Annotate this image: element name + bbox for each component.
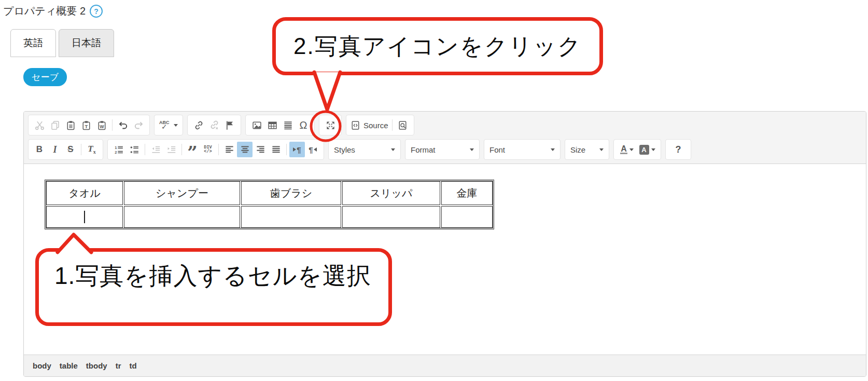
toolbar-separator	[286, 144, 287, 155]
page-title: プロパティ概要 2	[3, 4, 86, 18]
maximize-group	[319, 115, 342, 135]
image-icon[interactable]	[249, 117, 264, 133]
anchor-flag-icon[interactable]	[222, 117, 237, 133]
numbered-list-icon[interactable]: 12	[111, 142, 127, 157]
div-container-icon[interactable]: DIV</>	[200, 142, 216, 157]
paragraph-group: 12 ” DIV</> ¶ ¶	[107, 139, 324, 160]
path-item-body[interactable]: body	[33, 361, 51, 370]
table-header-cell[interactable]: 歯ブラシ	[241, 181, 341, 205]
insert-group: Ω	[245, 115, 315, 135]
path-item-tbody[interactable]: tbody	[86, 361, 107, 370]
table-icon[interactable]	[264, 117, 280, 133]
italic-button[interactable]: I	[47, 142, 63, 157]
font-combo[interactable]: Font	[484, 139, 561, 160]
tab-english[interactable]: 英語	[10, 29, 56, 57]
table-cell-selected[interactable]	[46, 206, 123, 228]
spell-check-button[interactable]: ABC ✓	[158, 117, 179, 133]
clipboard-group: T W	[28, 115, 150, 135]
elements-path-bar: body table tbody tr td	[24, 355, 866, 376]
maximize-icon[interactable]	[323, 117, 338, 133]
table-cell[interactable]	[441, 206, 493, 228]
table-cell[interactable]	[124, 206, 240, 228]
toolbar-separator	[392, 119, 393, 131]
table-header-cell[interactable]: シャンプー	[124, 181, 240, 205]
paste-from-word-icon[interactable]: W	[94, 117, 109, 133]
size-combo[interactable]: Size	[565, 139, 609, 160]
spell-check-icon: ABC ✓	[159, 120, 172, 130]
justify-icon[interactable]	[268, 142, 284, 157]
basic-styles-group: B I S Tx	[28, 139, 103, 160]
annotation-step2-tail	[314, 72, 340, 110]
format-combo[interactable]: Format	[405, 139, 480, 160]
table-header-cell[interactable]: タオル	[46, 181, 123, 205]
strikethrough-button[interactable]: S	[63, 142, 78, 157]
align-left-icon[interactable]	[221, 142, 237, 157]
table-data-row	[46, 206, 493, 228]
rich-text-editor: T W ABC ✓	[23, 111, 866, 377]
chevron-down-icon	[174, 124, 178, 129]
chevron-down-icon	[470, 148, 474, 153]
toolbar-row-1: T W ABC ✓	[28, 114, 862, 137]
chevron-down-icon	[599, 148, 604, 153]
text-direction-rtl-icon[interactable]: ¶	[305, 142, 320, 157]
annotation-step2-text: 2.写真アイコンをクリック	[293, 31, 582, 62]
paste-icon[interactable]	[63, 117, 78, 133]
horizontal-line-icon[interactable]	[280, 117, 296, 133]
text-color-icon: A	[620, 145, 627, 154]
toolbar-separator	[81, 144, 81, 155]
align-right-icon[interactable]	[253, 142, 268, 157]
cut-icon[interactable]	[32, 117, 47, 133]
annotation-step1-bubble: 1.写真を挿入するセルを選択	[35, 248, 392, 326]
link-icon[interactable]	[191, 117, 206, 133]
paste-plain-text-icon[interactable]: T	[78, 117, 94, 133]
colors-group: A A	[613, 139, 661, 160]
path-item-table[interactable]: table	[60, 361, 78, 370]
align-center-icon[interactable]	[237, 142, 253, 157]
help-icon[interactable]: ?	[90, 5, 103, 18]
language-tabs: 英語 日本語	[10, 29, 114, 57]
path-item-td[interactable]: td	[130, 361, 137, 370]
save-button[interactable]: セーブ	[23, 68, 67, 86]
toolbar-separator	[218, 144, 219, 155]
blockquote-icon[interactable]: ”	[185, 142, 200, 157]
decrease-indent-icon[interactable]	[148, 142, 163, 157]
styles-combo[interactable]: Styles	[328, 139, 401, 160]
link-group	[187, 115, 241, 135]
table-header-cell[interactable]: スリッパ	[342, 181, 440, 205]
source-group: Source	[346, 115, 414, 135]
background-color-icon: A	[639, 145, 649, 155]
spellcheck-group: ABC ✓	[154, 115, 183, 135]
text-color-button[interactable]: A	[617, 142, 637, 157]
special-character-icon[interactable]: Ω	[296, 117, 311, 133]
chevron-down-icon	[551, 148, 555, 153]
table-cell[interactable]	[342, 206, 440, 228]
toolbar-separator	[145, 144, 145, 155]
increase-indent-icon[interactable]	[163, 142, 179, 157]
chevron-down-icon	[629, 148, 634, 153]
toolbar-row-2: B I S Tx 12 ” DIV</>	[28, 138, 862, 161]
content-table: タオル シャンプー 歯ブラシ スリッパ 金庫	[45, 180, 494, 229]
unlink-icon[interactable]	[206, 117, 222, 133]
undo-icon[interactable]	[115, 117, 131, 133]
bulleted-list-icon[interactable]	[127, 142, 142, 157]
remove-format-button[interactable]: Tx	[84, 142, 100, 157]
background-color-button[interactable]: A	[637, 142, 657, 157]
svg-text:W: W	[100, 124, 104, 129]
text-cursor	[84, 211, 85, 223]
svg-text:T: T	[85, 123, 88, 129]
annotation-step2-bubble: 2.写真アイコンをクリック	[272, 17, 603, 75]
table-cell[interactable]	[241, 206, 341, 228]
text-direction-ltr-icon[interactable]: ¶	[289, 142, 305, 157]
tab-japanese[interactable]: 日本語	[59, 29, 114, 57]
bold-button[interactable]: B	[32, 142, 47, 157]
about-button[interactable]: ?	[670, 142, 686, 157]
copy-icon[interactable]	[47, 117, 63, 133]
path-item-tr[interactable]: tr	[116, 361, 121, 370]
editor-toolbar: T W ABC ✓	[24, 112, 866, 164]
about-group: ?	[665, 139, 691, 160]
redo-icon[interactable]	[131, 117, 146, 133]
preview-icon[interactable]	[395, 117, 411, 133]
table-header-cell[interactable]: 金庫	[441, 181, 493, 205]
source-button[interactable]: Source	[349, 117, 389, 133]
toolbar-separator	[112, 119, 113, 131]
